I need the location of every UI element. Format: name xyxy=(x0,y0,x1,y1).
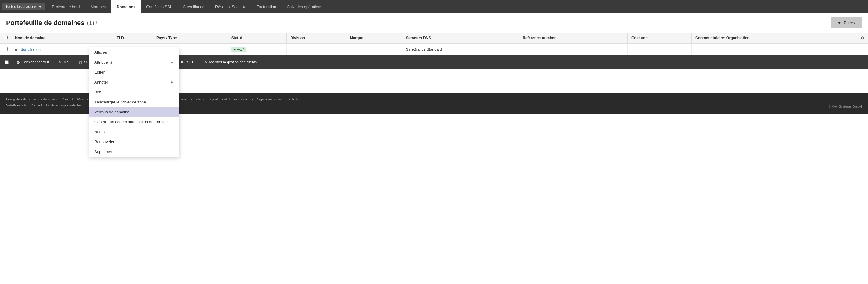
td-checkbox[interactable] xyxy=(0,44,11,55)
footer-copyright: © Key-Systems GmbH xyxy=(829,105,862,108)
menu-item-editer[interactable]: Editer xyxy=(89,67,179,77)
th-serveurs-dns: Serveurs DNS xyxy=(402,33,519,44)
toolbar-select-all-checkbox[interactable] xyxy=(5,60,9,64)
footer-link-droits[interactable]: Droits et responsabilités xyxy=(46,103,82,107)
nav-marques[interactable]: Marques xyxy=(85,0,112,13)
footer-link-contact2[interactable]: Contact xyxy=(30,103,42,107)
info-icon: ℹ xyxy=(96,21,98,25)
select-all-label: Sélectionner tout xyxy=(22,60,49,64)
td-contact xyxy=(692,44,857,55)
footer-link-enregistrer[interactable]: Enregistrer de nouveaux domaines xyxy=(6,97,58,101)
pencil2-icon: ✎ xyxy=(204,60,208,65)
menu-item-afficher-label: Afficher xyxy=(94,50,107,55)
menu-item-verrous[interactable]: Verrous de domaine xyxy=(89,107,179,114)
plus-icon: ⊕ xyxy=(17,60,20,65)
division-selector[interactable]: Toutes les divisions ▼ xyxy=(2,3,45,10)
footer-link-signalement-contenus[interactable]: Signalement contenus illicites xyxy=(257,97,301,101)
th-cost-unit: Cost unit xyxy=(627,33,691,44)
footer-link-safebrands-fr[interactable]: SafeBrands.fr xyxy=(6,103,26,107)
menu-item-attribuer[interactable]: Attribuer à ▶ xyxy=(89,57,179,67)
nav-facturation[interactable]: Facturation xyxy=(251,0,281,13)
pencil-icon: ✎ xyxy=(59,60,62,65)
attribuer-arrow-icon: ▶ xyxy=(171,60,173,64)
menu-item-telecharger[interactable]: Télécharger le fichier de zone xyxy=(89,97,179,107)
status-text: Actif xyxy=(237,48,243,51)
nav-domaines[interactable]: Domaines xyxy=(111,0,141,13)
nav-suivi-operations[interactable]: Suivi des opérations xyxy=(281,0,328,13)
td-statut: ● Actif xyxy=(227,44,287,55)
footer-secondary-links: SafeBrands.fr Contact Droits et responsa… xyxy=(6,103,82,107)
filters-label: Filtres xyxy=(844,21,855,25)
division-label: Toutes les divisions xyxy=(5,4,36,9)
filters-button[interactable]: ▼ Filtres xyxy=(831,18,862,28)
nav-certificats-ssl[interactable]: Certificats SSL xyxy=(141,0,178,13)
status-dot: ● xyxy=(234,48,236,51)
domain-name-value[interactable]: domaine.com xyxy=(21,48,43,52)
annoter-arrow-icon: ▶ xyxy=(171,80,173,84)
th-settings[interactable]: ⚙ xyxy=(857,33,868,44)
footer-link-contact[interactable]: Contact xyxy=(62,97,73,101)
menu-item-attribuer-label: Attribuer à xyxy=(94,60,113,65)
nav-tableau-de-bord[interactable]: Tableau de bord xyxy=(46,0,85,13)
th-contact-titulaire: Contact titulaire: Organisation xyxy=(692,33,857,44)
modifier-gestion-label: Modifier la gestion des clients xyxy=(210,60,257,64)
page-title: Portefeuille de domaines xyxy=(6,19,84,27)
select-all-button[interactable]: ⊕ Sélectionner tout xyxy=(12,56,53,68)
td-marque xyxy=(346,44,402,55)
page-count: (1) xyxy=(87,20,94,27)
dnssec-label: DNSSEC xyxy=(179,60,194,64)
nav-reseaux-sociaux[interactable]: Réseaux Sociaux xyxy=(210,0,251,13)
th-statut: Statut xyxy=(227,33,287,44)
td-dns: SafeBrands Standard xyxy=(402,44,519,55)
page-header: Portefeuille de domaines (1) ℹ ▼ Filtres xyxy=(0,13,868,33)
menu-item-verrous-label: Verrous de domaine xyxy=(94,110,129,114)
menu-item-afficher[interactable]: Afficher xyxy=(89,47,179,57)
menu-item-editer-label: Editer xyxy=(94,70,104,74)
th-reference-number: Reference number xyxy=(519,33,627,44)
footer-link-signalement-domaines[interactable]: Signalement domaines illicites xyxy=(209,97,253,101)
modifier-button[interactable]: ✎ Mo xyxy=(54,56,73,68)
dropdown-icon: ▼ xyxy=(38,4,42,9)
th-marque: Marque xyxy=(346,33,402,44)
menu-item-telecharger-label: Télécharger le fichier de zone xyxy=(94,100,146,104)
th-nom-domaine: Nom de domaine xyxy=(11,33,113,44)
th-tld: TLD xyxy=(113,33,153,44)
status-badge: ● Actif xyxy=(231,47,246,52)
menu-item-dns[interactable]: DNS xyxy=(89,87,179,97)
select-all-header-checkbox[interactable] xyxy=(4,36,7,39)
td-division xyxy=(287,44,346,55)
table-header-row: Nom de domaine TLD Pays / Type Statut Di… xyxy=(0,33,868,44)
menu-item-annoter[interactable]: Annoter ▶ xyxy=(89,77,179,87)
td-ref xyxy=(519,44,627,55)
modifier-label: Mo xyxy=(64,60,69,64)
filter-icon: ▼ xyxy=(837,21,841,25)
row-expand-icon[interactable]: ▶ xyxy=(15,48,18,52)
menu-item-dns-label: DNS xyxy=(94,90,102,94)
context-menu: Afficher Attribuer à ▶ Editer Annoter ▶ … xyxy=(89,47,179,114)
top-navigation: Toutes les divisions ▼ Tableau de bord M… xyxy=(0,0,868,13)
trash-icon: 🗑 xyxy=(79,60,82,65)
menu-item-annoter-label: Annoter xyxy=(94,80,108,85)
modifier-gestion-button[interactable]: ✎ Modifier la gestion des clients xyxy=(200,56,261,68)
nav-surveillance[interactable]: Surveillance xyxy=(178,0,210,13)
th-pays-type: Pays / Type xyxy=(153,33,227,44)
th-checkbox[interactable] xyxy=(0,33,11,44)
th-division: Division xyxy=(287,33,346,44)
td-gear[interactable] xyxy=(857,44,868,55)
td-cost xyxy=(627,44,691,55)
row-checkbox[interactable] xyxy=(4,47,7,51)
